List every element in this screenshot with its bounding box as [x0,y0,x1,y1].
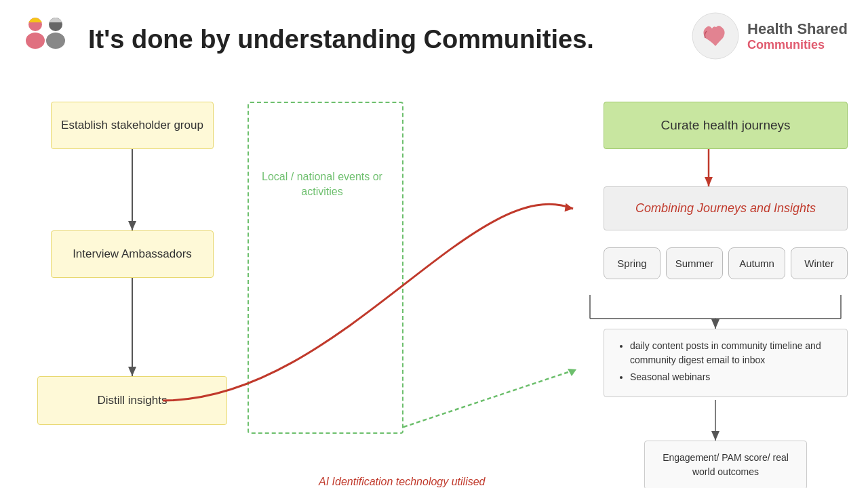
season-summer: Summer [666,247,723,279]
svg-marker-18 [563,202,573,211]
svg-marker-20 [568,369,576,376]
box-stakeholder: Establish stakeholder group [51,102,214,149]
svg-marker-8 [128,367,136,376]
box-combining: Combining Journeys and Insights [604,186,848,230]
svg-marker-15 [711,319,719,329]
seasons-row: Spring Summer Autumn Winter [604,247,848,279]
page-title: It's done by understanding Communities. [88,25,594,54]
logo-area: Health Shared Communities [692,12,848,60]
box-engagement: Engagement/ PAM score/ real world outcom… [644,441,807,488]
box-curate: Curate health journeys [604,102,848,149]
logo-icon [692,12,739,60]
logo-text: Health Shared Communities [747,20,848,52]
box-ambassador: Interview Ambassadors [51,230,214,278]
svg-point-1 [26,33,45,49]
season-winter: Winter [791,247,848,279]
box-content: daily content posts in community timelin… [604,329,848,397]
svg-marker-10 [705,177,713,186]
dashed-label: Local / national events or activities [254,169,390,200]
ai-label: AI Identification technology utilised [319,474,485,488]
community-icon [20,12,75,66]
dashed-box [248,102,403,434]
svg-marker-17 [711,431,719,441]
svg-line-19 [403,369,576,427]
svg-marker-6 [128,221,136,230]
svg-point-3 [46,33,65,49]
box-distill: Distill insights [37,376,227,425]
season-autumn: Autumn [728,247,785,279]
main-diagram: Establish stakeholder group Interview Am… [0,88,868,488]
season-spring: Spring [604,247,660,279]
